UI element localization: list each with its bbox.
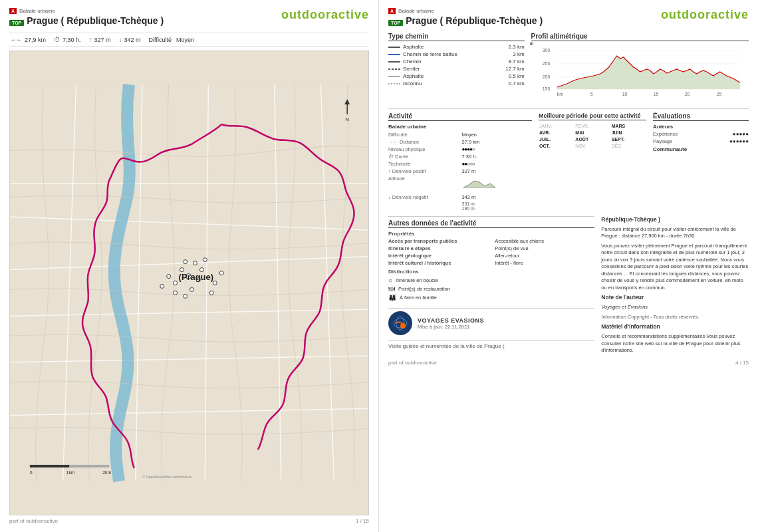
distinction-1-label: Itinéraire en boucle xyxy=(396,277,438,283)
svg-point-27 xyxy=(219,271,223,275)
profil-chart-svg: 300 250 200 150 xyxy=(531,44,749,100)
chemin-row-1: Asphalte 2.3 km xyxy=(388,44,525,50)
activity-row: Activité Balade urbaine Difficulté Moyen… xyxy=(388,108,749,211)
autres-title: Autres données de l'activité xyxy=(388,219,594,228)
badge-urbaine-left: A Balade urbaine xyxy=(9,8,164,14)
chemin-line-5 xyxy=(388,76,400,77)
svg-point-22 xyxy=(203,258,207,262)
right-content: Type chemin Asphalte 2.3 km Chemin de te… xyxy=(388,33,749,357)
stat-duration: ⏱ 7:30 h. xyxy=(54,36,81,43)
map-svg: (Prague) N 0 1km 2km © OpenStreetMap con… xyxy=(10,51,368,515)
publisher-logo xyxy=(388,311,412,335)
month-juin: JUIN xyxy=(611,130,646,136)
month-grid: JANV. FÉVR. MARS AVR. MAI JUIN JUIL. AOÛ… xyxy=(539,123,646,149)
footer-page-left: 1 / 15 xyxy=(356,518,369,524)
svg-text:(Prague): (Prague) xyxy=(179,272,213,282)
badge-label-right: Balade urbaine xyxy=(398,8,434,14)
top-badge-left: TOP xyxy=(9,20,24,26)
descent-icon-activity: ↓ xyxy=(388,194,391,200)
descent-value: 342 m xyxy=(124,37,141,43)
autres-grid: Accès par transports publics Accessible … xyxy=(388,238,594,266)
clock-icon-activity: ⏱ xyxy=(388,154,394,160)
restaurant-icon: 🍽 xyxy=(388,285,395,293)
svg-point-20 xyxy=(184,260,188,264)
autres-col: Autres données de l'activité Propriétés … xyxy=(388,216,594,357)
publisher-name: VOYAGES EVASIONS xyxy=(418,317,484,324)
distinction-2: 🍽 Point(s) de restauration xyxy=(388,285,594,293)
publisher-info: VOYAGES EVASIONS Mise à jour: 22.11.2021 xyxy=(418,317,484,330)
svg-point-23 xyxy=(174,291,178,295)
svg-text:2km: 2km xyxy=(102,470,111,475)
auteurs-label: Auteurs xyxy=(653,124,749,130)
svg-point-24 xyxy=(184,294,188,298)
activity-diff-val: Moyen xyxy=(462,132,533,138)
red-badge-left: A xyxy=(9,8,17,14)
chemin-profil-row: Type chemin Asphalte 2.3 km Chemin de te… xyxy=(388,33,749,103)
publisher-logo-svg xyxy=(390,313,411,334)
descent-icon: ↓ xyxy=(119,36,122,43)
svg-text:250: 250 xyxy=(542,61,550,66)
autres-val-2: Point(s) de vue xyxy=(495,245,594,251)
publisher-date: Mise à jour: 22.11.2021 xyxy=(418,324,484,330)
desc-main-text: Parcours intégral du circuit pour visite… xyxy=(601,226,749,240)
activity-dist-val: 27,9 km xyxy=(462,139,533,145)
svg-point-25 xyxy=(160,284,164,288)
right-header: A Balade urbaine TOP Prague ( République… xyxy=(388,8,749,30)
svg-text:150: 150 xyxy=(542,86,550,91)
eval-exp-key: Expérience xyxy=(653,131,678,137)
profil-chart-wrapper: m 300 250 200 150 xyxy=(531,44,749,103)
footer-page-right: 4 / 15 xyxy=(735,360,749,366)
activity-title: Activité xyxy=(388,112,532,121)
brand-logo-right: outdooractive xyxy=(661,8,749,22)
autres-section: Autres données de l'activité Propriétés … xyxy=(388,216,594,303)
autres-val-3: Aller-retour xyxy=(495,253,594,259)
svg-text:25: 25 xyxy=(716,92,721,96)
svg-point-13 xyxy=(174,281,178,285)
month-juil: JUIL. xyxy=(539,136,574,142)
right-footer: part of outdooractive 4 / 15 xyxy=(388,360,749,366)
distinction-3-label: À faire en famille xyxy=(400,295,437,301)
difficulty-value: Moyen xyxy=(176,37,194,43)
chemin-line-3 xyxy=(388,61,400,63)
top-badge-right: TOP xyxy=(388,20,403,26)
page-title-left: Prague ( République-Tchèque ) xyxy=(27,15,164,26)
profil-title: Profil altimétrique xyxy=(531,33,749,41)
publisher-row: VOYAGES EVASIONS Mise à jour: 22.11.2021 xyxy=(388,308,594,335)
materiel-label: Matériel d'information xyxy=(601,323,749,331)
distance-arrow-icon: →← xyxy=(388,139,398,145)
month-mars: MARS xyxy=(611,123,646,129)
evaluations-title: Évaluations xyxy=(653,112,749,121)
svg-text:300: 300 xyxy=(542,48,550,53)
activity-deniv-pos-val: 327 m xyxy=(462,168,533,174)
svg-text:© OpenStreetMap contributors: © OpenStreetMap contributors xyxy=(142,475,191,479)
activity-physique-val: ●●●●○ xyxy=(462,146,533,152)
chemin-line-1 xyxy=(388,47,400,48)
distinction-2-label: Point(s) de restauration xyxy=(398,286,450,292)
right-page: A Balade urbaine TOP Prague ( République… xyxy=(379,0,758,532)
left-page: A Balade urbaine TOP Prague ( République… xyxy=(0,0,379,532)
page-title-right: Prague ( République-Tchèque ) xyxy=(406,15,543,26)
autres-key-1: Accès par transports publics xyxy=(388,238,488,244)
activity-alt-values: 331 m 190 m xyxy=(462,201,533,211)
description-section: République-Tchèque ) Parcours intégral d… xyxy=(601,216,749,357)
svg-text:200: 200 xyxy=(542,74,550,79)
svg-point-16 xyxy=(190,287,193,291)
type-chemin-section: Type chemin Asphalte 2.3 km Chemin de te… xyxy=(388,33,525,103)
month-dec: DÉC. xyxy=(611,143,646,149)
distance-value: 27,9 km xyxy=(25,37,46,43)
ascent-icon-activity: ↑ xyxy=(388,168,391,174)
svg-rect-0 xyxy=(10,84,368,481)
svg-text:km: km xyxy=(557,92,563,96)
svg-text:15: 15 xyxy=(653,92,658,96)
footer-brand-right: part of outdooractive xyxy=(388,360,437,366)
chemin-row-6: Inconnu 0.7 km xyxy=(388,80,525,86)
bottom-two-col: Autres données de l'activité Propriétés … xyxy=(388,216,749,357)
svg-text:0: 0 xyxy=(30,470,33,475)
ascent-value: 327 m xyxy=(94,37,111,43)
eval-paysage: Paysage ●●●●●● xyxy=(653,138,749,144)
profil-unit: m xyxy=(530,41,534,46)
activity-duree-val: 7:30 h. xyxy=(462,154,533,160)
month-aout: AOÛT xyxy=(574,136,610,142)
chemin-row-4: Sentier 12.7 km xyxy=(388,66,525,72)
stats-bar-left: →← 27,9 km ⏱ 7:30 h. ↑ 327 m ↓ 342 m Dif… xyxy=(9,33,369,47)
